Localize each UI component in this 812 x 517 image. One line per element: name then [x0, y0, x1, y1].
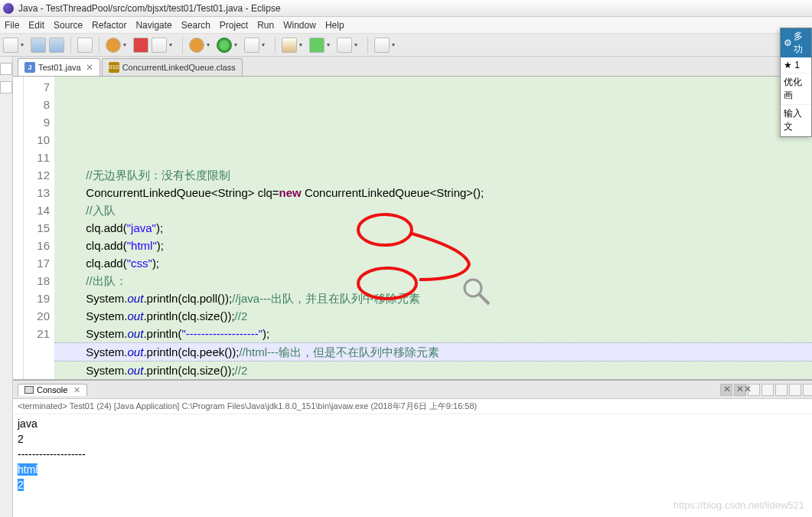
debug-last-button[interactable]	[189, 38, 204, 53]
menu-search[interactable]: Search	[181, 20, 210, 31]
close-icon[interactable]: ✕	[73, 385, 80, 395]
menu-file[interactable]: File	[5, 20, 19, 31]
console-icon	[24, 386, 34, 394]
window-title: Java - TestThreadPool/src/com/bjsxt/test…	[18, 3, 281, 14]
console-process-header: <terminated> Test01 (24) [Java Applicati…	[13, 399, 812, 414]
close-icon[interactable]: ✕	[86, 62, 93, 73]
new-button[interactable]	[3, 38, 18, 53]
debug-button[interactable]	[106, 38, 121, 53]
gear-icon: ⚙	[784, 38, 792, 48]
editor-tabbar: J Test01.java ✕ 010 ConcurrentLinkedQueu…	[13, 57, 812, 77]
restore-view-icon-2[interactable]	[0, 81, 12, 93]
menubar: File Edit Source Refactor Navigate Searc…	[0, 17, 812, 34]
open-console-icon[interactable]	[803, 384, 812, 396]
run-button[interactable]	[217, 38, 232, 53]
floating-panel-title[interactable]: ⚙ 多功	[781, 28, 811, 57]
code-editor[interactable]: 789101112131415161718192021 //无边界队列：没有长度…	[13, 77, 812, 379]
menu-project[interactable]: Project	[220, 20, 248, 31]
remove-all-icon[interactable]: ✕✕	[734, 384, 746, 396]
menu-run[interactable]: Run	[257, 20, 274, 31]
console-output[interactable]: java2-------------------html2	[13, 414, 812, 517]
save-button[interactable]	[31, 38, 46, 53]
line-numbers: 789101112131415161718192021	[24, 77, 54, 379]
restore-view-icon[interactable]	[0, 63, 12, 75]
new-class-button[interactable]	[309, 38, 324, 53]
window-titlebar: Java - TestThreadPool/src/com/bjsxt/test…	[0, 0, 812, 17]
left-trim	[0, 57, 13, 517]
floating-item-0[interactable]: 优化画	[781, 74, 811, 105]
tab-console[interactable]: Console ✕	[18, 384, 87, 396]
tab-label: ConcurrentLinkedQueue.class	[122, 63, 236, 72]
fold-gutter[interactable]	[13, 77, 24, 379]
java-file-icon: J	[24, 62, 35, 73]
tab-label: Test01.java	[38, 63, 81, 72]
remove-launch-icon[interactable]: ✕	[720, 384, 732, 396]
console-tab-label: Console	[37, 385, 67, 394]
menu-help[interactable]: Help	[325, 20, 344, 31]
eclipse-icon	[3, 3, 14, 14]
scroll-lock-icon[interactable]	[761, 384, 774, 396]
search-toolbar-button[interactable]	[374, 38, 390, 53]
terminate-button[interactable]	[133, 38, 148, 53]
tab-concurrentlinkedqueue-class[interactable]: 010 ConcurrentLinkedQueue.class	[102, 58, 243, 76]
open-type-button[interactable]	[337, 38, 352, 53]
floating-item-1[interactable]: 输入文	[781, 105, 811, 136]
floating-side-panel[interactable]: ⚙ 多功 ★ 1 优化画 输入文	[780, 28, 812, 137]
console-view: Console ✕ ✕ ✕✕ <terminated> Test01 (24) …	[13, 379, 812, 517]
coverage-button[interactable]	[152, 38, 167, 53]
switch-button[interactable]	[77, 38, 93, 53]
new-package-button[interactable]	[282, 38, 297, 53]
menu-navigate[interactable]: Navigate	[135, 20, 171, 31]
floating-star[interactable]: ★ 1	[781, 57, 811, 74]
external-tools-button[interactable]	[244, 38, 259, 53]
menu-window[interactable]: Window	[283, 20, 316, 31]
toolbar	[0, 34, 812, 57]
menu-source[interactable]: Source	[54, 20, 83, 31]
menu-edit[interactable]: Edit	[28, 20, 44, 31]
save-all-button[interactable]	[49, 38, 64, 53]
code-area[interactable]: //无边界队列：没有长度限制 ConcurrentLinkedQueue<Str…	[54, 77, 812, 379]
pin-console-icon[interactable]	[775, 384, 788, 396]
tab-test01-java[interactable]: J Test01.java ✕	[18, 58, 100, 76]
class-file-icon: 010	[109, 62, 119, 73]
menu-refactor[interactable]: Refactor	[92, 20, 126, 31]
display-selected-icon[interactable]	[789, 384, 801, 396]
